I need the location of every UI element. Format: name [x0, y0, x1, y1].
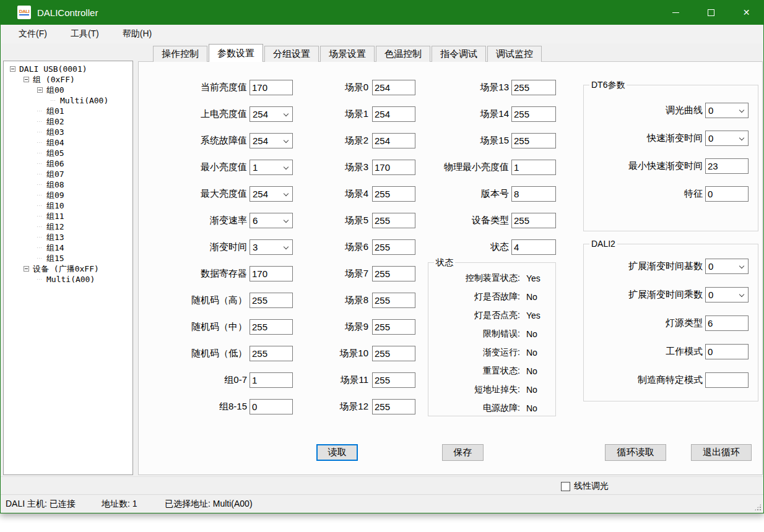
- action-button[interactable]: 循环读取: [605, 444, 666, 461]
- param-combobox[interactable]: 3: [250, 239, 293, 255]
- tree-expander-icon[interactable]: [37, 161, 43, 166]
- tree-expander-icon[interactable]: [37, 192, 43, 198]
- param-input[interactable]: [372, 239, 415, 255]
- param-input[interactable]: [705, 158, 749, 174]
- tree-node[interactable]: 组09: [4, 190, 132, 200]
- title-bar[interactable]: DALI DALIController ✕: [0, 0, 764, 25]
- tab[interactable]: 分组设置: [264, 46, 319, 62]
- tree-node[interactable]: 组10: [4, 200, 132, 211]
- tree-node[interactable]: 组01: [4, 106, 132, 116]
- tree-expander-icon[interactable]: [37, 171, 43, 177]
- menu-item[interactable]: 工具(T): [62, 25, 108, 43]
- tree-expander-icon[interactable]: [37, 203, 43, 208]
- param-input[interactable]: [250, 80, 293, 95]
- tree-expander-icon[interactable]: [10, 66, 15, 72]
- menu-item[interactable]: 文件(F): [10, 25, 56, 43]
- param-input[interactable]: [511, 106, 556, 122]
- tree-node[interactable]: 组02: [4, 116, 132, 127]
- param-input[interactable]: [372, 160, 415, 175]
- tree-expander-icon[interactable]: [37, 182, 43, 187]
- resize-grip-icon[interactable]: [754, 504, 762, 511]
- maximize-button[interactable]: [693, 0, 729, 25]
- tree-node[interactable]: 组05: [4, 148, 132, 158]
- param-input[interactable]: [372, 186, 415, 202]
- param-input[interactable]: [705, 315, 749, 331]
- param-input[interactable]: [250, 346, 293, 361]
- tree-node[interactable]: 组08: [4, 179, 132, 190]
- tree-expander-icon[interactable]: [37, 234, 43, 240]
- tree-expander-icon[interactable]: [37, 213, 43, 219]
- param-input[interactable]: [372, 213, 415, 228]
- tree-node[interactable]: 组03: [4, 127, 132, 137]
- tree-expander-icon[interactable]: [37, 245, 43, 251]
- linear-dimming-checkbox[interactable]: 线性调光: [561, 481, 609, 492]
- tree-node[interactable]: 组04: [4, 137, 132, 148]
- tree-node[interactable]: 组15: [4, 253, 132, 264]
- param-combobox[interactable]: 0: [705, 287, 749, 302]
- tree-node[interactable]: 设备 (广播0xFF): [4, 264, 132, 274]
- param-combobox[interactable]: 1: [250, 160, 293, 175]
- tree-node[interactable]: 组13: [4, 232, 132, 242]
- tree-node[interactable]: 组00: [4, 85, 132, 95]
- tree-node[interactable]: 组06: [4, 158, 132, 169]
- tab[interactable]: 场景设置: [320, 46, 375, 62]
- param-input[interactable]: [705, 372, 749, 388]
- param-input[interactable]: [250, 399, 293, 414]
- param-input[interactable]: [705, 186, 749, 202]
- param-input[interactable]: [511, 80, 556, 95]
- param-input[interactable]: [372, 346, 415, 361]
- param-input[interactable]: [511, 133, 556, 148]
- param-combobox[interactable]: 254: [250, 133, 293, 148]
- param-input[interactable]: [250, 319, 293, 335]
- tree-expander-icon[interactable]: [37, 129, 43, 135]
- param-input[interactable]: [372, 399, 415, 414]
- param-input[interactable]: [372, 133, 415, 148]
- param-input[interactable]: [511, 186, 556, 202]
- tab[interactable]: 色温控制: [376, 46, 430, 62]
- param-input[interactable]: [511, 213, 556, 228]
- tree-node[interactable]: 组14: [4, 242, 132, 253]
- param-input[interactable]: [250, 372, 293, 388]
- tree-node[interactable]: DALI USB(0001): [4, 64, 132, 74]
- param-input[interactable]: [372, 266, 415, 281]
- tree-expander-icon[interactable]: [24, 77, 29, 82]
- tree-expander-icon[interactable]: [37, 119, 43, 124]
- param-input[interactable]: [372, 293, 415, 308]
- param-input[interactable]: [250, 266, 293, 281]
- tree-expander-icon[interactable]: [24, 266, 29, 272]
- tree-expander-icon[interactable]: [37, 108, 43, 114]
- param-input[interactable]: [705, 344, 749, 359]
- action-button[interactable]: 读取: [316, 444, 358, 461]
- tree-expander-icon[interactable]: [37, 150, 43, 156]
- param-input[interactable]: [511, 239, 556, 255]
- tree-expander-icon[interactable]: [37, 277, 43, 282]
- tree-node[interactable]: Multi(A00): [4, 274, 132, 285]
- tree-node[interactable]: Multi(A00): [4, 95, 132, 106]
- tree-expander-icon[interactable]: [51, 98, 56, 103]
- param-combobox[interactable]: 0: [705, 131, 749, 146]
- tab[interactable]: 操作控制: [153, 46, 207, 62]
- device-tree-panel[interactable]: DALI USB(0001) 组 (0xFF) 组00 Multi(A00) 组…: [3, 61, 133, 475]
- tree-expander-icon[interactable]: [37, 87, 43, 93]
- param-input[interactable]: [372, 372, 415, 388]
- tree-node[interactable]: 组 (0xFF): [4, 74, 132, 85]
- param-input[interactable]: [511, 160, 556, 175]
- tree-node[interactable]: 组11: [4, 211, 132, 221]
- param-combobox[interactable]: 0: [705, 103, 749, 118]
- param-input[interactable]: [250, 293, 293, 308]
- tab[interactable]: 指令调试: [432, 46, 486, 62]
- tree-expander-icon[interactable]: [37, 224, 43, 230]
- param-input[interactable]: [372, 80, 415, 95]
- param-combobox[interactable]: 6: [250, 213, 293, 228]
- minimize-button[interactable]: [658, 0, 693, 25]
- tab[interactable]: 调试监控: [487, 46, 542, 62]
- menu-item[interactable]: 帮助(H): [114, 25, 160, 43]
- checkbox-icon[interactable]: [561, 482, 570, 491]
- param-combobox[interactable]: 254: [250, 106, 293, 122]
- param-input[interactable]: [372, 319, 415, 335]
- tree-node[interactable]: 组07: [4, 169, 132, 179]
- tree-expander-icon[interactable]: [37, 140, 43, 145]
- action-button[interactable]: 退出循环: [691, 444, 752, 461]
- param-input[interactable]: [372, 106, 415, 122]
- tree-node[interactable]: 组12: [4, 221, 132, 232]
